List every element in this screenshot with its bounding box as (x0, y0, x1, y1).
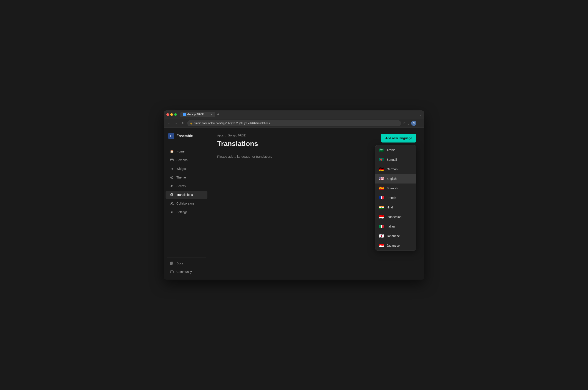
traffic-light-red[interactable] (166, 113, 169, 116)
menu-icon[interactable]: ⋮ (418, 121, 422, 125)
browser-actions: ☆ ▯ N ⋮ (403, 121, 422, 126)
lang-name-fr: French (387, 196, 413, 199)
svg-rect-0 (170, 159, 173, 161)
logo-icon: E (168, 133, 174, 139)
collaborators-icon (170, 201, 174, 205)
traffic-light-green[interactable] (174, 113, 177, 116)
browser-titlebar: Go app PROD × + ⌄ (164, 110, 424, 119)
sidebar-label-docs: Docs (176, 262, 183, 265)
flag-bn: 🇧🇩 (379, 157, 384, 162)
bookmark-icon[interactable]: ☆ (403, 121, 406, 125)
flag-jv: 🇮🇩 (379, 243, 384, 248)
lang-name-ja: Japanese (387, 234, 413, 238)
url-bar[interactable]: 🔒 studio.ensembleui.com/app/FhQC7J2DjXTg… (187, 120, 401, 126)
breadcrumb-current: Go app PROD (228, 134, 246, 137)
language-dropdown: 🇸🇦Arabic🇧🇩Bengali🇩🇪German🇺🇸English🇪🇸Span… (375, 145, 416, 250)
svg-point-7 (172, 202, 173, 203)
language-option-jv[interactable]: 🇮🇩Javanese (375, 241, 416, 250)
tab-bar: Go app PROD × + (180, 112, 417, 117)
active-tab[interactable]: Go app PROD × (180, 112, 215, 117)
nav-forward-button[interactable]: → (173, 121, 179, 125)
sidebar-item-translations[interactable]: Translations (166, 191, 207, 199)
sidebar-item-collaborators[interactable]: Collaborators (166, 199, 207, 208)
language-option-en[interactable]: 🇺🇸English (375, 174, 416, 184)
flag-ar: 🇸🇦 (379, 148, 384, 152)
sidebar-label-widgets: Widgets (176, 167, 188, 170)
sidebar-item-theme[interactable]: Theme (166, 173, 207, 182)
svg-rect-14 (170, 271, 173, 273)
sidebar-label-community: Community (176, 270, 192, 274)
lang-name-es: Spanish (387, 187, 413, 190)
flag-ja: 🇯🇵 (379, 234, 384, 238)
svg-point-6 (171, 202, 172, 203)
language-option-hi[interactable]: 🇮🇳Hindi (375, 203, 416, 212)
sidebar: E Ensemble 🏠 Home Screens (164, 128, 209, 280)
widgets-icon (170, 167, 174, 171)
url-text: studio.ensembleui.com/app/FhQC7J2DjXTg0U… (194, 122, 398, 125)
docs-icon (170, 261, 174, 265)
tab-close-button[interactable]: × (211, 113, 212, 116)
traffic-lights (166, 113, 177, 116)
lang-name-bn: Bengali (387, 158, 413, 161)
tab-title: Go app PROD (187, 113, 204, 116)
browser-window: Go app PROD × + ⌄ ← → ↻ 🔒 studio.ensembl… (164, 110, 424, 280)
sidebar-item-widgets[interactable]: Widgets (166, 165, 207, 173)
traffic-light-yellow[interactable] (170, 113, 173, 116)
sidebar-label-home: Home (176, 150, 184, 153)
breadcrumb-apps[interactable]: Apps (217, 134, 224, 137)
secure-icon: 🔒 (190, 122, 193, 125)
sidebar-label-translations: Translations (176, 193, 193, 196)
lang-name-jv: Javanese (387, 244, 413, 247)
lang-name-id: Indonesian (387, 215, 413, 219)
sidebar-logo: E Ensemble (164, 131, 209, 143)
flag-hi: 🇮🇳 (379, 205, 384, 210)
lang-name-hi: Hindi (387, 206, 413, 209)
language-option-es[interactable]: 🇪🇸Spanish (375, 184, 416, 193)
profile-button[interactable]: N (411, 121, 416, 126)
flag-fr: 🇫🇷 (379, 195, 384, 200)
flag-it: 🇮🇹 (379, 224, 384, 229)
flag-de: 🇩🇪 (379, 167, 384, 172)
language-option-ar[interactable]: 🇸🇦Arabic (375, 145, 416, 155)
lang-name-de: German (387, 167, 413, 171)
add-new-language-button[interactable]: Add new language (381, 134, 416, 143)
sidebar-item-community[interactable]: Community (166, 268, 207, 276)
language-option-id[interactable]: 🇮🇩Indonesian (375, 212, 416, 222)
logo-text: Ensemble (176, 134, 193, 138)
lang-name-ar: Arabic (387, 148, 413, 152)
sidebar-item-scripts[interactable]: JS Scripts (166, 182, 207, 190)
flag-es: 🇪🇸 (379, 186, 384, 191)
language-option-bn[interactable]: 🇧🇩Bengali (375, 155, 416, 164)
translations-icon (170, 193, 174, 197)
lang-name-it: Italian (387, 225, 413, 228)
sidebar-item-home[interactable]: 🏠 Home (166, 147, 207, 155)
sidebar-item-settings[interactable]: Settings (166, 208, 207, 216)
home-icon: 🏠 (170, 149, 174, 153)
sidebar-bottom-divider (167, 257, 206, 257)
new-tab-button[interactable]: + (216, 112, 221, 117)
language-option-it[interactable]: 🇮🇹Italian (375, 222, 416, 231)
language-option-fr[interactable]: 🇫🇷French (375, 193, 416, 203)
settings-icon (170, 210, 174, 214)
app-content: E Ensemble 🏠 Home Screens (164, 128, 424, 280)
sidebar-item-docs[interactable]: Docs (166, 259, 207, 267)
sidebar-label-settings: Settings (176, 210, 188, 214)
tab-expand-icon[interactable]: ⌄ (419, 113, 422, 116)
language-option-de[interactable]: 🇩🇪German (375, 164, 416, 174)
sidebar-label-theme: Theme (176, 176, 186, 179)
tab-favicon (183, 113, 186, 116)
community-icon (170, 270, 174, 274)
nav-back-button[interactable]: ← (166, 121, 172, 125)
scripts-icon: JS (170, 184, 174, 188)
breadcrumb-separator: / (225, 134, 226, 137)
sidebar-label-scripts: Scripts (176, 184, 186, 188)
lang-name-en: English (387, 177, 413, 181)
flag-en: 🇺🇸 (379, 176, 384, 181)
sidebar-item-screens[interactable]: Screens (166, 156, 207, 164)
sidebar-label-collaborators: Collaborators (176, 202, 195, 205)
nav-reload-button[interactable]: ↻ (180, 121, 186, 125)
split-screen-icon[interactable]: ▯ (407, 121, 409, 125)
sidebar-label-screens: Screens (176, 158, 188, 162)
language-option-ja[interactable]: 🇯🇵Japanese (375, 231, 416, 241)
svg-point-8 (171, 212, 172, 213)
